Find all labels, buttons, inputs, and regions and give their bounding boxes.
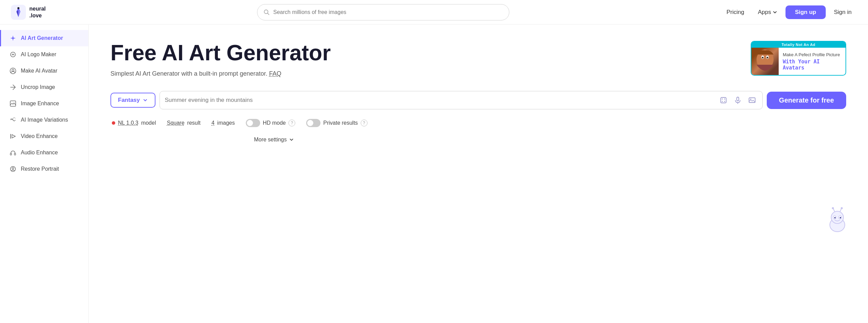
svg-rect-24 <box>737 97 739 101</box>
result-link[interactable]: Square <box>167 120 184 126</box>
logo[interactable]: neural .love <box>11 5 46 20</box>
headphone-icon <box>9 149 17 156</box>
model-link[interactable]: NL 1.0.3 <box>118 120 138 126</box>
sidebar: AI Art Generator AI Logo Maker Make AI <box>0 25 89 323</box>
ad-top-text: Make A Pefect Profile Picture <box>783 52 841 57</box>
header-nav: Pricing Apps Sign up Sign in <box>721 5 857 19</box>
pricing-link[interactable]: Pricing <box>721 6 750 18</box>
svg-rect-26 <box>749 98 755 103</box>
main-content: Totally Not An Ad M <box>89 25 868 323</box>
sidebar-item-ai-logo-maker[interactable]: AI Logo Maker <box>0 46 88 63</box>
sidebar-item-audio-enhance[interactable]: Audio Enhance <box>0 144 88 161</box>
variations-icon <box>9 116 17 124</box>
page-subtitle: Simplest AI Art Generator with a built-i… <box>110 70 846 77</box>
avatar-icon <box>9 67 17 75</box>
fingerprint-icon <box>9 51 17 58</box>
svg-marker-7 <box>12 135 15 138</box>
prompt-input-wrap <box>160 91 763 109</box>
header: neural .love Pricing Apps Sign up Sign i… <box>0 0 868 25</box>
images-count-link[interactable]: 4 <box>211 120 214 126</box>
sidebar-item-image-enhance[interactable]: Image Enhance <box>0 95 88 112</box>
svg-point-18 <box>767 57 768 59</box>
prompt-input[interactable] <box>165 97 715 104</box>
sidebar-item-uncrop-image[interactable]: Uncrop Image <box>0 79 88 95</box>
signin-button[interactable]: Sign in <box>828 6 857 18</box>
ad-text: Make A Pefect Profile Picture With Your … <box>779 49 845 74</box>
mascot-svg <box>824 207 851 234</box>
video-icon <box>9 133 17 140</box>
prompt-actions <box>718 95 758 106</box>
upload-image-icon <box>748 96 756 104</box>
signup-button[interactable]: Sign up <box>785 5 826 19</box>
svg-point-20 <box>722 98 723 99</box>
style-dropdown[interactable]: Fantasy <box>110 93 155 108</box>
settings-row: NL 1.0.3 model Square result 4 images HD… <box>110 119 846 127</box>
ad-face-svg <box>753 48 777 75</box>
more-settings[interactable]: More settings <box>110 137 438 143</box>
ad-image <box>751 48 779 75</box>
svg-point-31 <box>832 207 834 209</box>
svg-point-17 <box>762 57 764 59</box>
svg-point-22 <box>724 98 725 99</box>
microphone-icon <box>734 96 742 104</box>
svg-point-1 <box>17 7 19 9</box>
layout: AI Art Generator AI Logo Maker Make AI <box>0 25 868 323</box>
dice-icon <box>720 96 727 104</box>
image-enhance-icon <box>9 100 17 107</box>
svg-point-3 <box>11 52 15 57</box>
model-setting: NL 1.0.3 model <box>112 120 156 126</box>
svg-rect-10 <box>14 153 16 155</box>
generate-button[interactable]: Generate for free <box>767 92 846 109</box>
hd-mode-help[interactable]: ? <box>288 120 295 126</box>
page-title: Free AI Art Generator <box>110 41 846 65</box>
search-icon <box>264 9 270 15</box>
private-results-setting: Private results ? <box>306 119 367 127</box>
svg-point-23 <box>722 101 723 102</box>
svg-point-33 <box>841 207 843 209</box>
mascot <box>824 207 851 234</box>
images-setting: 4 images <box>211 120 235 126</box>
restore-icon <box>9 165 17 173</box>
image-upload-icon-button[interactable] <box>747 95 758 106</box>
svg-rect-19 <box>721 97 726 103</box>
sidebar-item-ai-image-variations[interactable]: AI Image Variations <box>0 112 88 128</box>
svg-point-21 <box>724 101 725 102</box>
style-chevron-icon <box>143 97 148 103</box>
hd-mode-setting: HD mode ? <box>246 119 296 127</box>
search-input[interactable] <box>273 9 503 15</box>
microphone-icon-button[interactable] <box>732 95 743 106</box>
generator-row: Fantasy <box>110 91 846 109</box>
sidebar-item-ai-art-generator[interactable]: AI Art Generator <box>0 30 88 46</box>
sidebar-item-video-enhance[interactable]: Video Enhance <box>0 128 88 144</box>
svg-rect-9 <box>10 153 12 155</box>
hd-mode-toggle[interactable] <box>246 119 260 127</box>
ad-banner[interactable]: Totally Not An Ad M <box>751 41 846 76</box>
dice-icon-button[interactable] <box>718 95 729 106</box>
faq-link[interactable]: FAQ <box>269 70 281 77</box>
result-setting: Square result <box>167 120 200 126</box>
ad-tag: Totally Not An Ad <box>751 42 845 48</box>
sidebar-item-restore-portrait[interactable]: Restore Portrait <box>0 161 88 177</box>
sparkle-icon <box>9 34 17 42</box>
model-status-dot <box>112 121 115 125</box>
svg-point-37 <box>840 217 841 218</box>
logo-icon <box>11 5 26 20</box>
svg-point-36 <box>834 217 836 218</box>
chevron-down-icon <box>773 10 777 15</box>
expand-icon <box>9 83 17 91</box>
search-bar <box>257 4 509 20</box>
sidebar-item-make-ai-avatar[interactable]: Make AI Avatar <box>0 63 88 79</box>
svg-rect-6 <box>10 101 16 106</box>
private-toggle[interactable] <box>306 119 320 127</box>
svg-point-5 <box>12 69 14 71</box>
svg-point-12 <box>12 168 14 169</box>
svg-point-2 <box>264 10 268 14</box>
more-settings-chevron-icon <box>289 137 294 142</box>
private-help[interactable]: ? <box>361 120 368 126</box>
ad-content: Make A Pefect Profile Picture With Your … <box>751 48 845 75</box>
svg-point-27 <box>750 99 751 100</box>
ad-bottom-text: With Your AI Avatars <box>783 59 841 71</box>
logo-text: neural .love <box>29 5 46 18</box>
apps-link[interactable]: Apps <box>752 6 783 18</box>
